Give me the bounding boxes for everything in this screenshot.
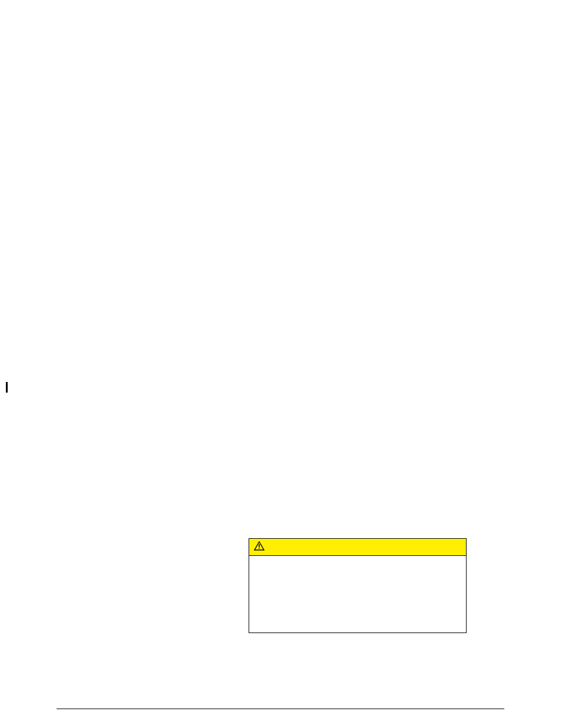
caution-body: [249, 556, 466, 633]
document-page: [0, 0, 562, 728]
warning-triangle-icon: [254, 541, 265, 553]
revision-change-bar: [6, 382, 8, 393]
caution-header: [249, 539, 466, 556]
svg-rect-0: [259, 544, 260, 547]
footer-rule: [57, 709, 504, 709]
svg-rect-1: [259, 548, 260, 549]
caution-callout: [249, 538, 467, 633]
